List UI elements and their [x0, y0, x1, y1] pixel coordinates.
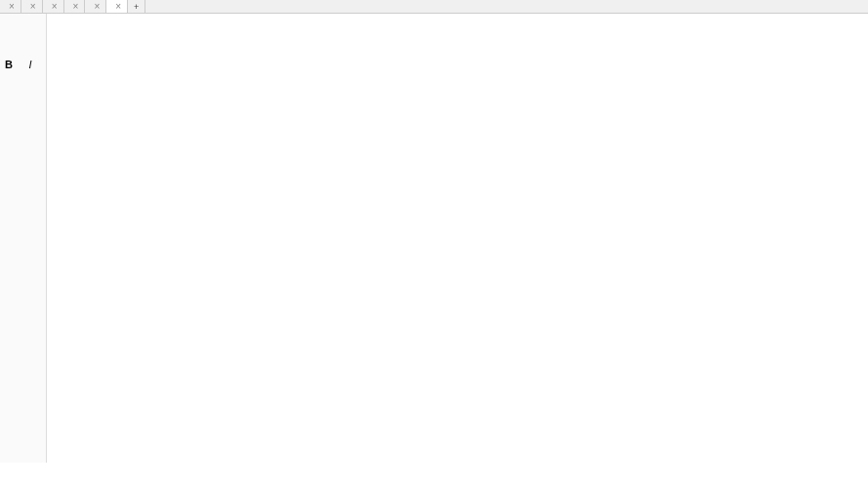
- close-icon[interactable]: ×: [94, 1, 100, 12]
- close-icon[interactable]: ×: [52, 1, 58, 12]
- new-tab-button[interactable]: +: [128, 0, 145, 13]
- browser-tab[interactable]: ×: [106, 0, 128, 13]
- browser-tab[interactable]: ×: [43, 0, 64, 13]
- browser-tab-strip: × × × × × × +: [0, 0, 868, 14]
- italic-button[interactable]: I: [23, 59, 37, 72]
- csdn-editor-left: B I: [0, 14, 47, 463]
- bold-button[interactable]: B: [2, 59, 16, 72]
- close-icon[interactable]: ×: [9, 1, 15, 12]
- browser-tab[interactable]: ×: [64, 0, 86, 13]
- close-icon[interactable]: ×: [115, 1, 121, 12]
- browser-tab[interactable]: ×: [21, 0, 43, 13]
- close-icon[interactable]: ×: [73, 1, 79, 12]
- browser-tab[interactable]: ×: [0, 0, 21, 13]
- browser-tab[interactable]: ×: [85, 0, 106, 13]
- close-icon[interactable]: ×: [30, 1, 36, 12]
